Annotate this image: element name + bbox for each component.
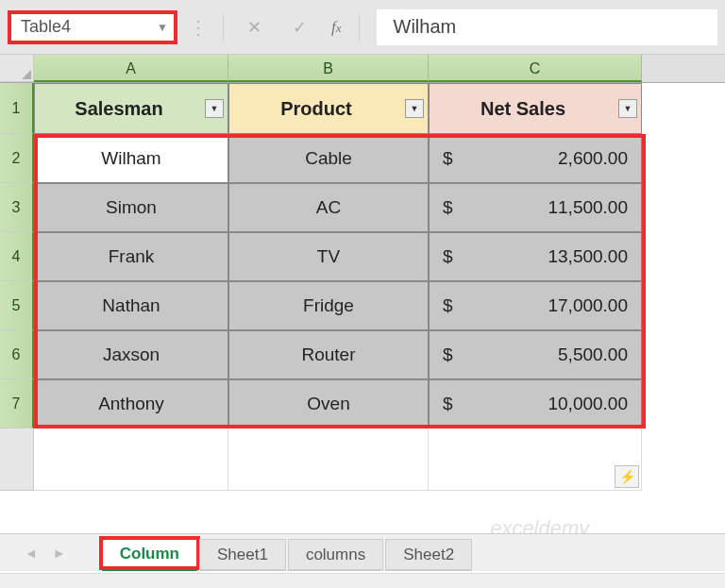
table-row: Anthony Oven $ 10,000.00 bbox=[34, 379, 642, 428]
sheet-tab-sheet1[interactable]: Sheet1 bbox=[199, 539, 286, 571]
currency-symbol: $ bbox=[443, 344, 453, 365]
cell-product[interactable]: Oven bbox=[228, 379, 429, 428]
table-row: Simon AC $ 11,500.00 bbox=[34, 183, 642, 232]
row-headers: 1 2 3 4 5 6 7 bbox=[0, 83, 34, 491]
formula-bar-area: Table4 ▼ ⋮ ✕ ✓ fx Wilham bbox=[0, 0, 725, 55]
table-header-row: Salesman ▼ Product ▼ Net Sales ▼ bbox=[34, 83, 642, 134]
row-header-2[interactable]: 2 bbox=[0, 134, 34, 183]
data-cells: Salesman ▼ Product ▼ Net Sales ▼ Wilham … bbox=[34, 83, 642, 491]
row-header-3[interactable]: 3 bbox=[0, 183, 34, 232]
name-box-dropdown-icon[interactable]: ▼ bbox=[151, 14, 174, 41]
tab-nav-prev-icon[interactable]: ◄ bbox=[17, 546, 45, 561]
currency-symbol: $ bbox=[443, 295, 453, 316]
currency-symbol: $ bbox=[443, 246, 453, 267]
fx-icon[interactable]: fx bbox=[331, 18, 342, 37]
row-header-blank[interactable] bbox=[0, 428, 34, 491]
sheet-tab-label: Column bbox=[120, 545, 179, 563]
cell-net-sales[interactable]: $ 11,500.00 bbox=[429, 183, 642, 232]
column-headers-row: A B C bbox=[0, 55, 725, 83]
table-row: Wilham Cable $ 2,600.00 bbox=[34, 134, 642, 183]
net-sales-value: 5,500.00 bbox=[558, 344, 628, 365]
column-header-B[interactable]: B bbox=[228, 55, 429, 82]
cell-product[interactable]: AC bbox=[228, 183, 429, 232]
blank-cell[interactable]: ⚡ bbox=[429, 428, 642, 491]
formula-bar-options-icon[interactable]: ⋮ bbox=[185, 16, 211, 39]
net-sales-value: 11,500.00 bbox=[548, 197, 628, 218]
table-header-label: Net Sales bbox=[481, 98, 565, 120]
cell-product[interactable]: Router bbox=[228, 330, 429, 379]
column-header-A[interactable]: A bbox=[34, 55, 228, 82]
row-header-4[interactable]: 4 bbox=[0, 232, 34, 281]
cell-product[interactable]: Cable bbox=[228, 134, 429, 183]
sheet-tabs: Column Sheet1 columns Sheet2 bbox=[102, 534, 474, 571]
cell-net-sales[interactable]: $ 13,500.00 bbox=[429, 232, 642, 281]
net-sales-value: 13,500.00 bbox=[548, 246, 628, 267]
table-row: Frank TV $ 13,500.00 bbox=[34, 232, 642, 281]
insert-options-icon[interactable]: ⚡ bbox=[615, 465, 639, 488]
table-header-label: Product bbox=[280, 98, 352, 120]
table-header-net-sales[interactable]: Net Sales ▼ bbox=[429, 83, 642, 134]
cell-net-sales[interactable]: $ 2,600.00 bbox=[429, 134, 642, 183]
cell-salesman[interactable]: Nathan bbox=[34, 281, 228, 330]
table-header-product[interactable]: Product ▼ bbox=[228, 83, 429, 134]
table-row: Jaxson Router $ 5,500.00 bbox=[34, 330, 642, 379]
row-header-1[interactable]: 1 bbox=[0, 83, 34, 134]
blank-cell[interactable] bbox=[34, 428, 228, 491]
cell-salesman[interactable]: Jaxson bbox=[34, 330, 228, 379]
table-header-label: Salesman bbox=[75, 98, 162, 120]
cell-product[interactable]: TV bbox=[228, 232, 429, 281]
sheet-tab-columns[interactable]: columns bbox=[288, 539, 383, 571]
sheet-tab-label: columns bbox=[306, 546, 365, 564]
cancel-icon[interactable]: ✕ bbox=[235, 10, 273, 44]
cell-net-sales[interactable]: $ 5,500.00 bbox=[429, 330, 642, 379]
sheet-tab-strip: ◄ ► Column Sheet1 columns Sheet2 bbox=[0, 533, 725, 571]
sheet-tab-label: Sheet1 bbox=[217, 546, 268, 564]
table-row: Nathan Fridge $ 17,000.00 bbox=[34, 281, 642, 330]
cell-salesman[interactable]: Wilham bbox=[34, 134, 228, 183]
name-box[interactable]: Table4 ▼ bbox=[8, 10, 177, 44]
separator bbox=[359, 14, 360, 41]
filter-dropdown-icon[interactable]: ▼ bbox=[205, 99, 224, 118]
worksheet: A B C 1 2 3 4 5 6 7 Salesman ▼ Product bbox=[0, 55, 725, 491]
currency-symbol: $ bbox=[443, 394, 453, 414]
blank-cell[interactable] bbox=[228, 428, 429, 491]
select-all-button[interactable] bbox=[0, 55, 34, 82]
cell-salesman[interactable]: Anthony bbox=[34, 379, 228, 428]
cell-product[interactable]: Fridge bbox=[228, 281, 429, 330]
cell-net-sales[interactable]: $ 10,000.00 bbox=[429, 379, 642, 428]
table-header-salesman[interactable]: Salesman ▼ bbox=[34, 83, 228, 134]
horizontal-scrollbar[interactable] bbox=[0, 573, 725, 588]
currency-symbol: $ bbox=[443, 148, 453, 169]
blank-row: ⚡ bbox=[34, 428, 642, 491]
formula-input[interactable]: Wilham bbox=[377, 9, 717, 45]
sheet-tab-label: Sheet2 bbox=[403, 546, 454, 564]
row-header-5[interactable]: 5 bbox=[0, 281, 34, 330]
row-header-6[interactable]: 6 bbox=[0, 330, 34, 379]
filter-dropdown-icon[interactable]: ▼ bbox=[618, 99, 637, 118]
net-sales-value: 17,000.00 bbox=[548, 295, 628, 316]
column-header-C[interactable]: C bbox=[429, 55, 642, 82]
sheet-tab-sheet2[interactable]: Sheet2 bbox=[385, 539, 472, 571]
currency-symbol: $ bbox=[443, 197, 453, 218]
net-sales-value: 2,600.00 bbox=[558, 148, 628, 169]
cell-salesman[interactable]: Frank bbox=[34, 232, 228, 281]
sheet-tab-column[interactable]: Column bbox=[102, 539, 197, 571]
separator bbox=[223, 14, 224, 41]
enter-icon[interactable]: ✓ bbox=[280, 10, 318, 44]
cell-net-sales[interactable]: $ 17,000.00 bbox=[429, 281, 642, 330]
net-sales-value: 10,000.00 bbox=[548, 394, 628, 414]
row-header-7[interactable]: 7 bbox=[0, 379, 34, 428]
cell-salesman[interactable]: Simon bbox=[34, 183, 228, 232]
tab-nav-next-icon[interactable]: ► bbox=[45, 546, 74, 561]
filter-dropdown-icon[interactable]: ▼ bbox=[405, 99, 424, 118]
name-box-value[interactable]: Table4 bbox=[11, 14, 151, 41]
